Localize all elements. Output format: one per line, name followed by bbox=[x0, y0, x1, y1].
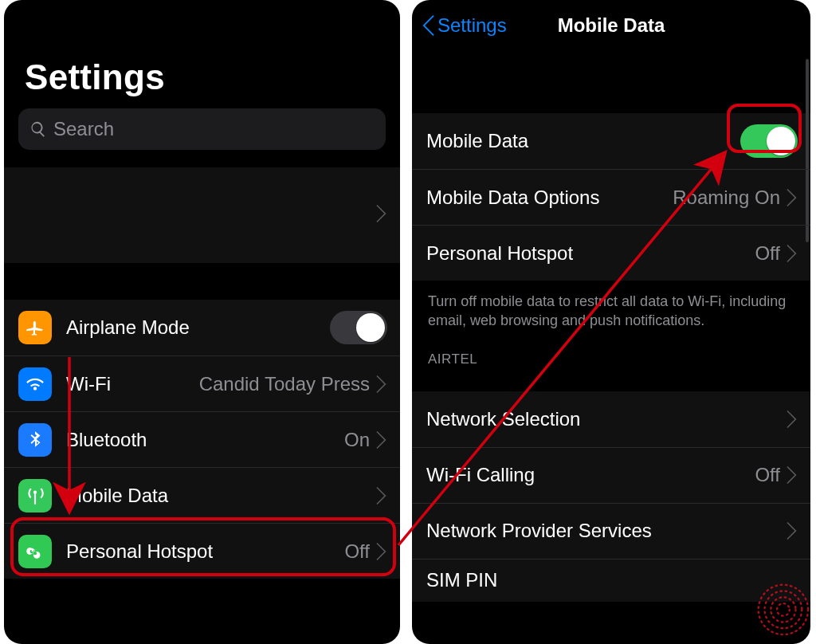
search-placeholder: Search bbox=[53, 118, 114, 140]
nav-title: Mobile Data bbox=[558, 14, 665, 37]
apple-id-row[interactable] bbox=[4, 167, 400, 263]
mobile-data-group: Mobile Data Mobile Data Options Roaming … bbox=[412, 113, 810, 281]
personal-hotspot-row[interactable]: Personal Hotspot Off bbox=[4, 523, 400, 579]
personal-hotspot-row[interactable]: Personal Hotspot Off bbox=[412, 225, 810, 281]
nav-bar: Settings Mobile Data bbox=[412, 0, 810, 51]
hotspot-icon bbox=[18, 535, 52, 568]
page-title: Settings bbox=[4, 0, 400, 108]
row-label: Airplane Mode bbox=[66, 316, 190, 339]
row-label: SIM PIN bbox=[426, 569, 497, 591]
chevron-right-icon bbox=[787, 189, 798, 206]
back-button[interactable]: Settings bbox=[422, 14, 507, 37]
airplane-mode-row[interactable]: Airplane Mode bbox=[4, 300, 400, 355]
row-value: Roaming On bbox=[673, 187, 780, 209]
row-label: Wi-Fi bbox=[66, 373, 111, 395]
chevron-right-icon bbox=[376, 205, 387, 226]
chevron-right-icon bbox=[376, 431, 387, 449]
mobile-data-toggle[interactable] bbox=[740, 124, 798, 158]
mobile-data-row[interactable]: Mobile Data bbox=[4, 467, 400, 523]
svg-point-2 bbox=[759, 585, 808, 634]
row-label: Personal Hotspot bbox=[66, 540, 213, 563]
svg-point-5 bbox=[777, 603, 790, 616]
search-input[interactable]: Search bbox=[18, 108, 386, 150]
row-label: Mobile Data bbox=[426, 130, 528, 152]
mobile-data-options-row[interactable]: Mobile Data Options Roaming On bbox=[412, 169, 810, 225]
wifi-calling-row[interactable]: Wi-Fi Calling Off bbox=[412, 447, 810, 503]
chevron-right-icon bbox=[376, 375, 387, 393]
mobile-data-footnote: Turn off mobile data to restrict all dat… bbox=[412, 281, 810, 336]
svg-point-4 bbox=[771, 597, 795, 622]
chevron-right-icon bbox=[787, 410, 798, 428]
row-label: Wi-Fi Calling bbox=[426, 464, 535, 486]
settings-screen: Settings Search Airplane Mode Wi-Fi Ca bbox=[4, 0, 400, 644]
search-icon bbox=[29, 120, 47, 138]
mobile-data-toggle-row[interactable]: Mobile Data bbox=[412, 113, 810, 169]
antenna-icon bbox=[18, 479, 52, 512]
back-label: Settings bbox=[437, 14, 507, 37]
row-value: Off bbox=[755, 242, 780, 265]
chevron-right-icon bbox=[376, 487, 387, 505]
bluetooth-row[interactable]: Bluetooth On bbox=[4, 411, 400, 467]
carrier-section-header: AIRTEL bbox=[412, 336, 810, 374]
wifi-icon bbox=[18, 367, 52, 401]
mobile-data-screen: Settings Mobile Data Mobile Data Mobile … bbox=[412, 0, 810, 644]
chevron-right-icon bbox=[376, 543, 387, 560]
row-value: Off bbox=[755, 464, 780, 486]
chevron-right-icon bbox=[787, 245, 798, 262]
row-label: Network Provider Services bbox=[426, 520, 652, 542]
airplane-mode-toggle[interactable] bbox=[330, 311, 387, 344]
chevron-right-icon bbox=[787, 466, 798, 484]
connectivity-group: Airplane Mode Wi-Fi Candid Today Press B… bbox=[4, 300, 400, 579]
row-label: Bluetooth bbox=[66, 429, 147, 451]
bluetooth-icon bbox=[18, 423, 52, 457]
carrier-group: Network Selection Wi-Fi Calling Off Netw… bbox=[412, 391, 810, 602]
watermark-logo bbox=[749, 575, 811, 638]
row-label: Network Selection bbox=[426, 408, 580, 430]
airplane-icon bbox=[18, 311, 52, 344]
row-value: Candid Today Press bbox=[199, 373, 370, 395]
row-label: Mobile Data bbox=[66, 485, 168, 507]
chevron-right-icon bbox=[787, 522, 798, 540]
row-label: Mobile Data Options bbox=[426, 187, 599, 209]
network-selection-row[interactable]: Network Selection bbox=[412, 391, 810, 447]
row-value: Off bbox=[344, 540, 370, 563]
network-provider-services-row[interactable]: Network Provider Services bbox=[412, 503, 810, 559]
wifi-row[interactable]: Wi-Fi Candid Today Press bbox=[4, 355, 400, 411]
row-label: Personal Hotspot bbox=[426, 242, 573, 265]
row-value: On bbox=[344, 429, 370, 451]
